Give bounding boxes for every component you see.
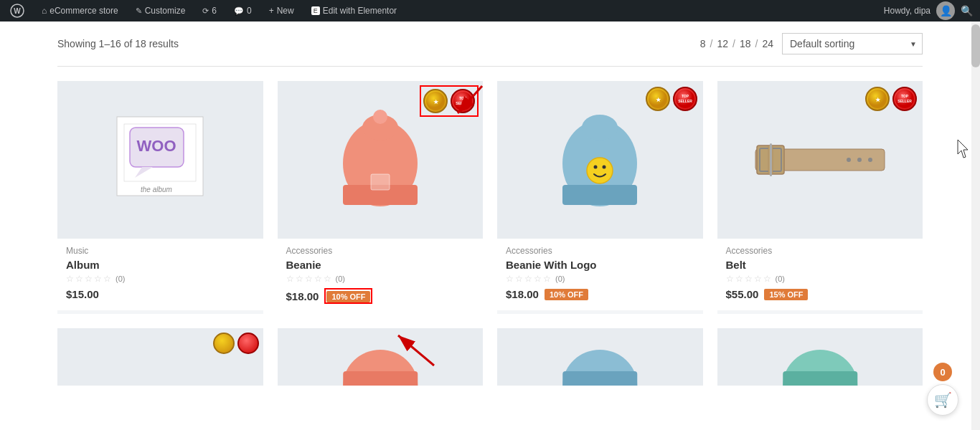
product-card-beanie[interactable]: ★ TOPSELLER Accessories Beanie ☆☆☆☆☆ (0)…	[278, 81, 484, 314]
discount-badge-beanie: 10% OFF	[326, 291, 370, 302]
wp-logo-button[interactable]: W	[7, 0, 27, 22]
category-beanie-logo: Accessories	[506, 246, 694, 256]
svg-text:WOO: WOO	[137, 137, 176, 155]
comments-button[interactable]: 💬 0	[231, 0, 255, 22]
sort-wrapper: Default sorting Sort by popularity Sort …	[782, 33, 923, 54]
stars-beanie-logo: ☆☆☆☆☆ (0)	[506, 274, 694, 284]
product-info-album: Music Album ☆☆☆☆☆ (0) $15.00	[57, 239, 263, 310]
discount-badge-beanie-logo: 10% OFF	[545, 289, 588, 300]
beanie-logo-badges: ★ TOPSELLER	[646, 87, 697, 111]
name-album: Album	[66, 259, 255, 271]
edit-elementor-button[interactable]: E Edit with Elementor	[308, 0, 400, 22]
stars-beanie: ☆☆☆☆☆ (0)	[286, 274, 475, 284]
svg-text:★: ★	[875, 97, 881, 103]
svg-point-22	[603, 166, 606, 169]
scrollbar-thumb[interactable]	[971, 24, 980, 67]
stars-album: ☆☆☆☆☆ (0)	[66, 274, 255, 284]
product-card-partial-4[interactable]	[717, 328, 923, 386]
customize-button[interactable]: ✎ Customize	[133, 0, 189, 22]
partial-beanie-2	[278, 328, 484, 386]
cart-icon-button[interactable]: 🛒	[927, 384, 958, 386]
admin-bar-right: Howdy, dipa 👤 🔍	[884, 1, 973, 20]
price-row-beanie: $18.00 10% OFF	[286, 288, 475, 304]
svg-text:TOP: TOP	[901, 94, 909, 98]
price-beanie: $18.00	[286, 290, 319, 302]
search-icon[interactable]: 🔍	[961, 5, 973, 16]
svg-text:SELLER: SELLER	[678, 99, 692, 103]
howdy-text: Howdy, dipa	[884, 6, 930, 16]
svg-point-12	[373, 110, 387, 124]
badge-gold-belt: ★	[865, 87, 890, 111]
belt-svg	[748, 113, 892, 206]
updates-button[interactable]: ⟳ 6	[199, 0, 220, 22]
badge-topseller-belt: TOPSELLER	[892, 87, 917, 111]
svg-rect-36	[770, 143, 772, 176]
svg-text:SELLER: SELLER	[456, 101, 470, 105]
partial-item-4	[717, 328, 923, 386]
products-grid-row2	[57, 328, 923, 386]
product-info-beanie-logo: Accessories Beanie With Logo ☆☆☆☆☆ (0) $…	[497, 239, 703, 310]
product-card-partial-2[interactable]	[278, 328, 484, 386]
user-avatar[interactable]: 👤	[936, 1, 955, 20]
cart-count-badge: 0	[933, 363, 952, 381]
scrollbar[interactable]	[971, 22, 980, 386]
stars-belt: ☆☆☆☆☆ (0)	[726, 274, 915, 284]
category-beanie: Accessories	[286, 246, 475, 256]
partial-badges-1	[213, 333, 259, 354]
product-image-belt: ★ TOPSELLER	[717, 81, 923, 239]
product-card-album[interactable]: WOO the album Music Album ☆☆☆☆☆ (0) $15.…	[57, 81, 263, 314]
svg-point-23	[582, 115, 618, 140]
product-card-belt[interactable]: ★ TOPSELLER Accessories Belt ☆☆☆☆☆ (0) $…	[717, 81, 923, 314]
svg-text:TOP: TOP	[459, 96, 467, 100]
price-row-album: $15.00	[66, 288, 255, 300]
price-album: $15.00	[66, 288, 99, 300]
name-beanie-logo: Beanie With Logo	[506, 259, 694, 271]
admin-bar: W ⌂ eCommerce store ✎ Customize ⟳ 6 💬 0 …	[0, 0, 980, 22]
name-beanie: Beanie	[286, 259, 475, 271]
price-row-belt: $55.00 15% OFF	[726, 288, 915, 300]
svg-point-32	[868, 158, 872, 162]
svg-point-21	[594, 166, 598, 169]
price-beanie-logo: $18.00	[506, 288, 539, 300]
product-card-beanie-logo[interactable]: ★ TOPSELLER Accessories Beanie With Logo…	[497, 81, 703, 314]
price-row-beanie-logo: $18.00 10% OFF	[506, 288, 694, 300]
site-name-button[interactable]: ⌂ eCommerce store	[39, 0, 121, 22]
main-content: Showing 1–16 of 18 results 8 / 12 / 18 /…	[0, 22, 980, 386]
product-card-partial-1[interactable]	[57, 328, 263, 386]
svg-rect-19	[562, 185, 637, 205]
svg-text:★: ★	[433, 99, 439, 105]
belt-badges: ★ TOPSELLER	[865, 87, 917, 111]
svg-point-20	[587, 158, 613, 183]
partial-badge-gold-1	[213, 333, 235, 354]
per-page-12[interactable]: 12	[717, 38, 728, 49]
svg-point-31	[857, 158, 862, 162]
partial-badge-top-1	[237, 333, 259, 354]
beanie-logo-svg	[546, 92, 654, 228]
per-page-24[interactable]: 24	[762, 38, 773, 49]
discount-badge-belt: 15% OFF	[764, 289, 808, 300]
per-page-links: 8 / 12 / 18 / 24	[700, 38, 773, 49]
svg-text:★: ★	[655, 97, 661, 103]
category-album: Music	[66, 246, 255, 256]
sort-select[interactable]: Default sorting Sort by popularity Sort …	[782, 33, 923, 54]
per-page-8[interactable]: 8	[700, 38, 706, 49]
per-page-18[interactable]: 18	[740, 38, 751, 49]
category-belt: Accessories	[726, 246, 915, 256]
new-content-button[interactable]: + New	[266, 0, 297, 22]
product-card-partial-3[interactable]	[497, 328, 703, 386]
svg-point-30	[847, 158, 851, 162]
partial-image-1	[57, 328, 263, 386]
svg-rect-43	[343, 371, 418, 386]
svg-text:W: W	[14, 7, 21, 15]
product-image-album: WOO the album	[57, 81, 263, 239]
results-count: Showing 1–16 of 18 results	[57, 38, 179, 49]
svg-rect-45	[562, 371, 637, 386]
beanie-badge-highlight: ★ TOPSELLER	[420, 85, 479, 117]
svg-text:SELLER: SELLER	[897, 99, 912, 103]
badge-gold-beanie: ★	[423, 89, 448, 113]
product-info-beanie: Accessories Beanie ☆☆☆☆☆ (0) $18.00 10% …	[278, 239, 484, 314]
svg-text:TOP: TOP	[681, 94, 689, 98]
badge-gold-beanie-logo: ★	[646, 87, 670, 111]
cart-fab: 0 🛒	[927, 363, 958, 386]
album-art-svg: WOO the album	[103, 102, 217, 217]
